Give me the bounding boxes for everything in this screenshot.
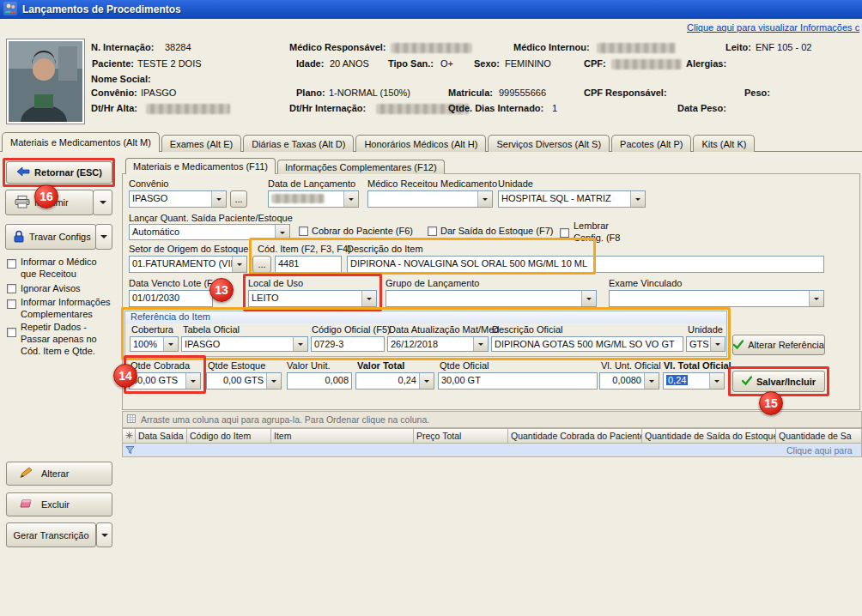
title-bar: Lançamentos de Procedimentos <box>0 0 862 19</box>
vl-total-oficial-selected-text: 0,24 <box>666 375 688 385</box>
tab-diarias-taxas[interactable]: Diárias e Taxas (Alt D) <box>243 135 354 152</box>
retornar-button[interactable]: Retornar (ESC) <box>6 161 112 184</box>
cobertura-label: Cobertura <box>131 324 173 335</box>
col-header-data-saida[interactable]: Data Saída <box>136 428 187 444</box>
tab-exames[interactable]: Exames (Alt E) <box>161 135 241 152</box>
chevron-down-icon[interactable] <box>211 191 226 207</box>
tabela-oficial-select[interactable]: IPASGO <box>181 336 308 352</box>
ignorar-avisos-checkbox[interactable] <box>7 284 16 293</box>
view-info-link[interactable]: Clique aqui para visualizar Informações … <box>687 22 862 33</box>
data-atualizacao-select[interactable]: 26/12/2018 <box>387 336 489 352</box>
salvar-incluir-button[interactable]: Salvar/Incluir <box>732 371 825 392</box>
tab-servicos-diversos[interactable]: Serviços Diversos (Alt S) <box>488 135 610 152</box>
tab-complementares-f12[interactable]: Informações Complementares (F12) <box>277 160 445 174</box>
col-header-preco-total[interactable]: Preço Total <box>414 428 508 444</box>
valor-unit-input[interactable]: 0,008 <box>287 372 352 390</box>
referencia-title: Referência do Item <box>125 311 726 323</box>
col-header-qtd-sa[interactable]: Quantidade de Sa <box>776 428 862 444</box>
exame-vinculado-label: Exame Vinculado <box>609 278 682 288</box>
unidade-oficial-select[interactable]: GTS <box>686 336 725 352</box>
chevron-down-icon[interactable] <box>343 191 358 207</box>
app-icon <box>3 2 17 17</box>
qtde-oficial-input[interactable]: 30,00 GT <box>438 372 598 390</box>
cobrar-paciente-checkbox[interactable] <box>299 226 308 236</box>
chevron-down-icon[interactable] <box>473 337 488 351</box>
dar-saida-checkbox[interactable] <box>428 226 437 236</box>
chevron-down-icon[interactable] <box>710 337 725 351</box>
tab-pacotes[interactable]: Pacotes (Alt P) <box>611 135 691 152</box>
repetir-dados-checkbox[interactable] <box>7 328 16 337</box>
chevron-down-icon[interactable] <box>266 373 281 389</box>
setor-origem-select[interactable]: 01.FATURAMENTO (VIRT <box>129 256 247 273</box>
convenio-select[interactable]: IPASGO <box>129 190 227 208</box>
grid-groupby-bar[interactable]: Arraste uma coluna aqui para agrupa-la. … <box>122 411 862 428</box>
exame-vinculado-select[interactable] <box>609 290 824 307</box>
valor-total-select[interactable]: 0,24 <box>355 372 434 390</box>
chevron-down-icon[interactable] <box>361 291 376 306</box>
cod-item-browse-button[interactable]: ... <box>252 256 271 273</box>
imprimir-dropdown-arrow[interactable] <box>93 190 112 215</box>
tab-kits[interactable]: Kits (Alt K) <box>693 135 755 152</box>
chevron-down-icon[interactable] <box>163 337 178 351</box>
gerar-transcricao-label: Gerar Transcrição <box>13 530 88 541</box>
lembrar-config-checkbox[interactable] <box>560 228 569 238</box>
codigo-oficial-input[interactable]: 0729-3 <box>311 336 385 352</box>
chevron-down-icon[interactable] <box>477 191 492 207</box>
travar-configs-button[interactable]: Travar Configs <box>5 224 96 250</box>
tab-materiais-f11[interactable]: Materiais e Medicamentos (F11) <box>125 158 276 174</box>
chevron-down-icon[interactable] <box>232 257 246 272</box>
gerar-transcricao-dropdown-arrow[interactable] <box>96 522 112 547</box>
vl-total-oficial-select[interactable]: 0,24 <box>663 372 725 390</box>
eraser-icon <box>19 498 33 510</box>
chevron-down-icon[interactable] <box>581 291 596 306</box>
descricao-item-input[interactable]: DIPIRONA - NOVALGINA SOL ORAL 500 MG/ML … <box>347 256 824 273</box>
qtde-cobrada-select[interactable]: 30,00 GTS <box>129 372 201 390</box>
excluir-button[interactable]: Excluir <box>6 492 112 516</box>
alterar-referencia-label: Alterar Referência <box>748 340 824 350</box>
alterar-label: Alterar <box>41 468 69 479</box>
chevron-down-icon[interactable] <box>809 291 823 306</box>
unidade-oficial-value: GTS <box>687 337 710 351</box>
qtde-estoque-select[interactable]: 0,00 GTS <box>206 372 282 390</box>
col-header-qtd-cobrada[interactable]: Quantidade Cobrada do Paciente <box>508 428 642 444</box>
chevron-down-icon[interactable] <box>275 225 289 239</box>
alterar-referencia-button[interactable]: Alterar Referência <box>732 335 825 355</box>
convenio-browse-button[interactable]: ... <box>230 190 247 208</box>
tab-materiais-medicamentos[interactable]: Materiais e Medicamentos (Alt M) <box>2 132 160 152</box>
data-lancamento-label: Data de Lançamento <box>268 178 355 189</box>
descricao-oficial-input[interactable]: DIPIRONA GOTAS 500 MG/ML SO VO GT <box>491 336 683 352</box>
travar-configs-dropdown-arrow[interactable] <box>95 224 112 250</box>
lancar-quant-select[interactable]: Automático <box>129 224 290 240</box>
grupo-lancamento-value <box>386 291 581 306</box>
informar-medico-checkbox[interactable] <box>7 259 16 269</box>
vl-unt-oficial-select[interactable]: 0,0080 <box>599 372 659 390</box>
chevron-down-icon[interactable] <box>293 337 307 351</box>
chevron-down-icon[interactable] <box>644 373 659 389</box>
unidade-select[interactable]: HOSPITAL SQL - MATRIZ <box>498 190 646 208</box>
convenio-header-value: IPASGO <box>141 88 176 98</box>
descricao-item-label: Descrição do Item <box>347 244 423 254</box>
alterar-button[interactable]: Alterar <box>6 462 112 486</box>
tab-honorarios-medicos[interactable]: Honorários Médicos (Alt H) <box>355 135 486 152</box>
col-header-qtd-saida[interactable]: Quantidade de Saída do Estoque <box>642 428 776 444</box>
chevron-down-icon[interactable] <box>630 191 645 207</box>
cod-item-input[interactable]: 4481 <box>275 256 342 273</box>
excluir-label: Excluir <box>41 499 70 510</box>
col-header-item[interactable]: Item <box>271 428 414 444</box>
data-vencto-input[interactable]: 01/01/2030 <box>129 290 213 307</box>
informar-complementares-checkbox[interactable] <box>7 299 16 309</box>
grid-filter-row[interactable] <box>122 444 862 457</box>
cpf-redacted <box>611 59 682 69</box>
medico-receitou-select[interactable] <box>367 190 493 208</box>
cobertura-select[interactable]: 100% <box>130 336 179 352</box>
filter-funnel-icon[interactable] <box>125 445 135 456</box>
chevron-down-icon[interactable] <box>419 373 434 389</box>
retornar-label: Retornar (ESC) <box>34 167 102 178</box>
gerar-transcricao-button[interactable]: Gerar Transcrição <box>6 522 96 547</box>
col-header-codigo-item[interactable]: Código do Item <box>187 428 271 444</box>
chevron-down-icon[interactable] <box>185 373 200 389</box>
local-uso-select[interactable]: LEITO <box>248 290 377 307</box>
chevron-down-icon[interactable] <box>709 373 724 389</box>
check-icon <box>733 340 744 351</box>
grupo-lancamento-select[interactable] <box>385 290 597 307</box>
